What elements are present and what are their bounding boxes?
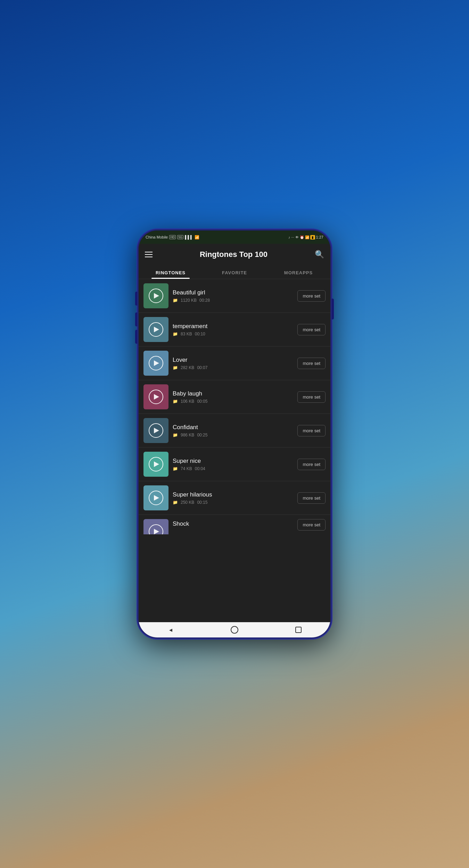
- play-icon: [154, 428, 159, 433]
- list-item[interactable]: Beautiful girl 📁 1120 KB 00:28 more set: [139, 279, 330, 313]
- track-duration: 00:28: [199, 298, 210, 303]
- more-set-button[interactable]: more set: [297, 391, 326, 403]
- play-button[interactable]: [149, 524, 163, 534]
- track-meta: 📁 986 KB 00:25: [173, 433, 293, 437]
- list-item[interactable]: Shock more set: [139, 515, 330, 534]
- more-set-button[interactable]: more set: [297, 324, 326, 335]
- battery-icon: ▮: [310, 235, 315, 240]
- folder-icon: 📁: [173, 298, 178, 303]
- status-bar: China Mobile HD 5G ▌▌▌ 📶 ♪ ··· 👁 ⏰ 📶 ▮ 1…: [139, 231, 330, 244]
- track-thumbnail: [143, 485, 168, 510]
- track-duration: 00:04: [195, 466, 205, 471]
- play-button[interactable]: [149, 423, 163, 438]
- back-button[interactable]: ◂: [165, 625, 176, 635]
- play-button[interactable]: [149, 457, 163, 471]
- track-thumbnail: [143, 519, 168, 534]
- list-item[interactable]: Lover 📁 282 KB 00:07 more set: [139, 347, 330, 380]
- list-item[interactable]: Baby laugh 📁 106 KB 00:05 more set: [139, 380, 330, 414]
- track-duration: 00:25: [197, 433, 207, 437]
- folder-icon: 📁: [173, 500, 178, 505]
- tab-moreapps[interactable]: MOREAPPS: [266, 265, 330, 279]
- search-icon[interactable]: 🔍: [315, 250, 324, 259]
- back-icon: ◂: [169, 626, 172, 634]
- hamburger-line-1: [145, 252, 153, 252]
- app-title: Ringtones Top 100: [200, 250, 268, 259]
- track-info: Super hilarious 📁 250 KB 00:15: [173, 491, 293, 505]
- more-set-button[interactable]: more set: [297, 358, 326, 369]
- tab-bar: RINGTONES FAVORITE MOREAPPS: [139, 265, 330, 279]
- more-set-button[interactable]: more set: [297, 519, 326, 531]
- track-meta: 📁 106 KB 00:05: [173, 399, 293, 404]
- recent-icon: [295, 627, 302, 633]
- track-size: 986 KB: [181, 433, 194, 437]
- track-name: Beautiful girl: [173, 289, 293, 296]
- list-item[interactable]: Super nice 📁 74 KB 00:04 more set: [139, 448, 330, 481]
- track-duration: 00:10: [195, 332, 205, 336]
- track-info: Super nice 📁 74 KB 00:04: [173, 458, 293, 471]
- alarm-icon: ⏰: [300, 235, 304, 239]
- tab-favorite[interactable]: FAVORITE: [203, 265, 266, 279]
- list-item[interactable]: Super hilarious 📁 250 KB 00:15 more set: [139, 481, 330, 515]
- play-button[interactable]: [149, 390, 163, 404]
- play-icon: [154, 461, 159, 467]
- menu-button[interactable]: [145, 252, 153, 257]
- track-meta: 📁 282 KB 00:07: [173, 365, 293, 370]
- track-name: Lover: [173, 357, 293, 364]
- track-duration: 00:07: [197, 365, 207, 370]
- ringtone-list: Beautiful girl 📁 1120 KB 00:28 more set: [139, 279, 330, 622]
- track-size: 250 KB: [181, 500, 194, 505]
- time-display: 1:27: [316, 235, 323, 239]
- play-button[interactable]: [149, 356, 163, 370]
- play-button[interactable]: [149, 322, 163, 337]
- play-button[interactable]: [149, 491, 163, 505]
- play-button[interactable]: [149, 289, 163, 303]
- list-item[interactable]: temperament 📁 83 KB 00:10 more set: [139, 313, 330, 347]
- phone-frame: China Mobile HD 5G ▌▌▌ 📶 ♪ ··· 👁 ⏰ 📶 ▮ 1…: [137, 229, 332, 639]
- phone-screen: China Mobile HD 5G ▌▌▌ 📶 ♪ ··· 👁 ⏰ 📶 ▮ 1…: [139, 231, 330, 637]
- track-size: 1120 KB: [181, 298, 197, 303]
- track-info: Beautiful girl 📁 1120 KB 00:28: [173, 289, 293, 303]
- tab-ringtones[interactable]: RINGTONES: [139, 265, 203, 279]
- play-icon: [154, 293, 159, 299]
- track-size: 83 KB: [181, 332, 192, 336]
- track-info: Shock: [173, 520, 293, 529]
- hd-badge: HD: [169, 235, 176, 239]
- track-size: 106 KB: [181, 399, 194, 404]
- more-set-button[interactable]: more set: [297, 492, 326, 504]
- hamburger-line-3: [145, 257, 153, 257]
- play-icon: [154, 529, 159, 534]
- signal-icon: ▌▌▌: [185, 235, 193, 239]
- bluetooth-icon: 📶: [305, 235, 309, 239]
- status-bar-left: China Mobile HD 5G ▌▌▌ 📶: [146, 235, 199, 240]
- track-name: Super nice: [173, 458, 293, 465]
- track-name: Shock: [173, 520, 293, 527]
- track-meta: 📁 74 KB 00:04: [173, 466, 293, 471]
- home-button[interactable]: [229, 625, 240, 635]
- track-name: temperament: [173, 323, 293, 330]
- more-icon: ···: [291, 235, 294, 239]
- hamburger-line-2: [145, 254, 153, 255]
- play-icon: [154, 394, 159, 400]
- track-thumbnail: [143, 384, 168, 409]
- music-icon: ♪: [288, 235, 290, 239]
- more-set-button[interactable]: more set: [297, 459, 326, 470]
- track-duration: 00:05: [197, 399, 207, 404]
- track-name: Super hilarious: [173, 491, 293, 498]
- track-name: Confidant: [173, 424, 293, 431]
- list-item[interactable]: Confidant 📁 986 KB 00:25 more set: [139, 414, 330, 448]
- recent-button[interactable]: [293, 625, 304, 635]
- track-duration: 00:15: [197, 500, 207, 505]
- play-icon: [154, 327, 159, 332]
- more-set-button[interactable]: more set: [297, 290, 326, 302]
- track-info: Baby laugh 📁 106 KB 00:05: [173, 390, 293, 404]
- track-thumbnail: [143, 452, 168, 477]
- track-meta: 📁 83 KB 00:10: [173, 332, 293, 336]
- folder-icon: 📁: [173, 466, 178, 471]
- eye-icon: 👁: [295, 235, 299, 239]
- play-icon: [154, 360, 159, 366]
- more-set-button[interactable]: more set: [297, 425, 326, 436]
- carrier-text: China Mobile: [146, 235, 168, 239]
- track-size: 282 KB: [181, 365, 194, 370]
- folder-icon: 📁: [173, 365, 178, 370]
- track-info: Lover 📁 282 KB 00:07: [173, 357, 293, 370]
